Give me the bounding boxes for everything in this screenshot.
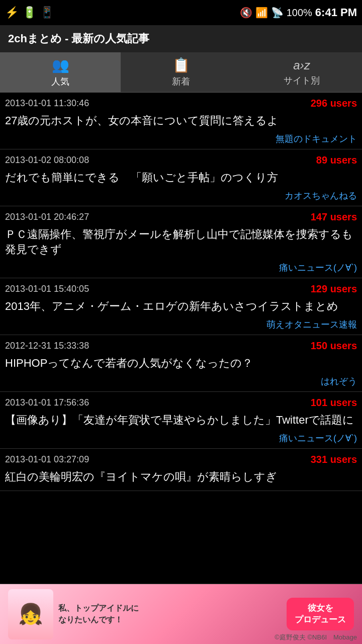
article-users: 89 users (316, 154, 357, 166)
ad-badge[interactable]: 彼女を プロデュース (287, 598, 354, 630)
site-icon: a›z (293, 58, 310, 72)
article-title: だれでも簡単にできる 「願いごと手帖」のつくり方 (0, 168, 362, 188)
status-time: 6:41 PM (315, 6, 357, 19)
usb-icon: ⚡ (5, 6, 19, 19)
tab-bar: 👥 人気 📋 新着 a›z サイト別 (0, 52, 362, 93)
article-date: 2013-01-01 03:27:09 (5, 454, 89, 465)
article-users: 150 users (311, 340, 357, 352)
ad-banner[interactable]: 👧 私、トップアイドルに なりたいんです！ 彼女を プロデュース ©庭野俊夫 ©… (0, 584, 362, 644)
app-title: 2chまとめ - 最新の人気記事 (8, 32, 149, 45)
article-item[interactable]: 2013-01-01 11:30:46296 users27歳の元ホストが、女の… (0, 93, 362, 149)
tab-new-label: 新着 (172, 75, 190, 88)
article-source: 無題のドキュメント (0, 131, 362, 145)
article-item[interactable]: 2012-12-31 15:33:38150 usersHIPHOPってなんで若… (0, 335, 362, 392)
article-item[interactable]: 2013-01-02 08:00:0889 usersだれでも簡単にできる 「願… (0, 149, 362, 206)
article-date: 2012-12-31 15:33:38 (5, 341, 89, 351)
ad-copyright: ©庭野俊夫 ©NB6I Mobage (275, 633, 357, 642)
title-bar: 2chまとめ - 最新の人気記事 (0, 25, 362, 52)
article-title: 2013年、アニメ・ゲーム・エロゲの新年あいさつイラストまとめ (0, 297, 362, 316)
article-title: ＰＣ遠隔操作、警視庁がメールを解析し山中で記憶媒体を捜索するも発見できず (0, 225, 362, 260)
tab-site-label: サイト別 (284, 74, 320, 87)
article-title: HIPHOPってなんで若者の人気がなくなったの？ (0, 354, 362, 373)
signal-icon: 📡 (271, 7, 284, 19)
article-item[interactable]: 2013-01-01 03:27:09331 users紅白の美輪明宏の『ヨイト… (0, 449, 362, 492)
article-users: 129 users (311, 283, 357, 295)
mute-icon: 🔇 (240, 7, 252, 19)
status-bar: ⚡ 🔋 📱 🔇 📶 📡 100% 6:41 PM (0, 0, 362, 25)
article-users: 331 users (311, 454, 357, 465)
battery-percent: 100% (287, 7, 312, 19)
status-right: 🔇 📶 📡 100% 6:41 PM (240, 6, 357, 19)
article-users: 101 users (311, 397, 357, 409)
ad-image: 👧 (8, 589, 53, 639)
article-date: 2013-01-01 15:40:05 (5, 284, 89, 294)
popular-icon: 👥 (52, 57, 69, 73)
sim-icon: 📱 (40, 6, 54, 19)
article-source: カオスちゃんねる (0, 188, 362, 202)
tab-new[interactable]: 📋 新着 (121, 52, 241, 92)
article-item[interactable]: 2013-01-01 17:56:36101 users【画像あり】「友達が年賀… (0, 392, 362, 449)
battery-icon: 🔋 (23, 6, 36, 19)
article-source: 萌えオタニュース速報 (0, 316, 362, 331)
new-icon: 📋 (172, 57, 190, 73)
article-users: 147 users (311, 211, 357, 223)
article-source: 痛いニュース(ノ∀`) (0, 260, 362, 274)
article-users: 296 users (311, 98, 357, 109)
article-title: 紅白の美輪明宏の『ヨイトマケの唄』が素晴らしすぎ (0, 467, 362, 487)
article-source: はれぞう (0, 373, 362, 387)
tab-popular[interactable]: 👥 人気 (0, 52, 121, 92)
article-date: 2013-01-01 20:46:27 (5, 212, 89, 222)
article-source: 痛いニュース(ノ∀`) (0, 430, 362, 444)
article-date: 2013-01-01 11:30:46 (5, 98, 89, 109)
article-title: 【画像あり】「友達が年賀状で早速やらかしました」Twitterで話題に (0, 411, 362, 430)
article-item[interactable]: 2013-01-01 20:46:27147 usersＰＣ遠隔操作、警視庁がメ… (0, 206, 362, 279)
article-date: 2013-01-02 08:00:08 (5, 155, 89, 166)
article-title: 27歳の元ホストが、女の本音について質問に答えるよ (0, 111, 362, 131)
article-list: 2013-01-01 11:30:46296 users27歳の元ホストが、女の… (0, 93, 362, 556)
ad-text: 私、トップアイドルに なりたいんです！ (58, 603, 139, 625)
tab-popular-label: 人気 (51, 75, 69, 88)
article-item[interactable]: 2013-01-01 15:40:05129 users2013年、アニメ・ゲー… (0, 278, 362, 335)
tab-site[interactable]: a›z サイト別 (241, 52, 362, 92)
article-date: 2013-01-01 17:56:36 (5, 397, 89, 408)
status-left: ⚡ 🔋 📱 (5, 6, 54, 19)
wifi-icon: 📶 (255, 7, 268, 19)
